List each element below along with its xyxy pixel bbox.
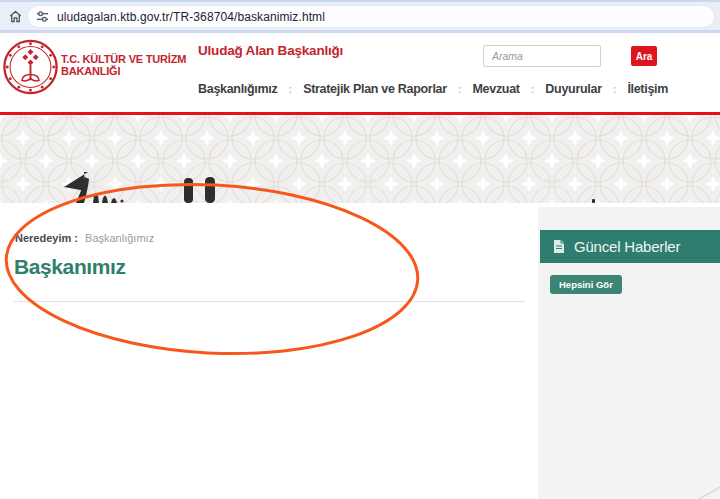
nav-item-stratejik-plan[interactable]: Stratejik Plan ve Raporlar <box>303 82 447 96</box>
news-sidebar: Güncel Haberler Hepsini Gör <box>538 207 720 499</box>
breadcrumb-label: Neredeyim : <box>15 232 78 244</box>
url-text: uludagalan.ktb.gov.tr/TR-368704/baskanim… <box>57 10 325 24</box>
document-icon <box>553 239 565 254</box>
ministry-name-line2: BAKANLIĞI <box>61 65 186 77</box>
nav-separator: : <box>613 83 617 95</box>
news-header-label: Güncel Haberler <box>574 238 680 255</box>
nav-item-mevzuat[interactable]: Mevzuat <box>472 82 519 96</box>
ministry-name-line1: T.C. KÜLTÜR VE TURİZM <box>61 53 186 65</box>
nav-item-duyurular[interactable]: Duyurular <box>545 82 601 96</box>
banner <box>0 115 720 203</box>
site-settings-icon[interactable] <box>36 10 49 23</box>
site-header: T.C. KÜLTÜR VE TURİZM BAKANLIĞI Uludağ A… <box>0 33 720 112</box>
address-bar[interactable]: uludagalan.ktb.gov.tr/TR-368704/baskanim… <box>27 5 715 28</box>
breadcrumb: Neredeyim : Başkanlığımız <box>15 232 154 244</box>
search-button[interactable]: Ara <box>631 46 657 66</box>
banner-pattern <box>0 115 720 203</box>
nav-separator: : <box>288 83 292 95</box>
nav-separator: : <box>458 83 462 95</box>
see-all-button[interactable]: Hepsini Gör <box>550 275 622 294</box>
news-section-header: Güncel Haberler <box>540 230 720 263</box>
title-divider <box>14 301 525 302</box>
nav-separator: : <box>531 83 535 95</box>
breadcrumb-current[interactable]: Başkanlığımız <box>85 232 154 244</box>
ministry-logo <box>2 36 59 98</box>
home-icon[interactable] <box>7 8 24 25</box>
search-input[interactable] <box>483 45 601 67</box>
site-title[interactable]: Uludağ Alan Başkanlığı <box>198 43 343 58</box>
ministry-name: T.C. KÜLTÜR VE TURİZM BAKANLIĞI <box>61 53 186 77</box>
page-title: Başkanımız <box>14 255 126 279</box>
nav-item-iletisim[interactable]: İletişim <box>627 82 668 96</box>
nav-item-baskanligimiz[interactable]: Başkanlığımız <box>198 82 277 96</box>
main-nav: Başkanlığımız : Stratejik Plan ve Raporl… <box>198 82 668 96</box>
browser-toolbar: uludagalan.ktb.gov.tr/TR-368704/baskanim… <box>0 0 720 33</box>
